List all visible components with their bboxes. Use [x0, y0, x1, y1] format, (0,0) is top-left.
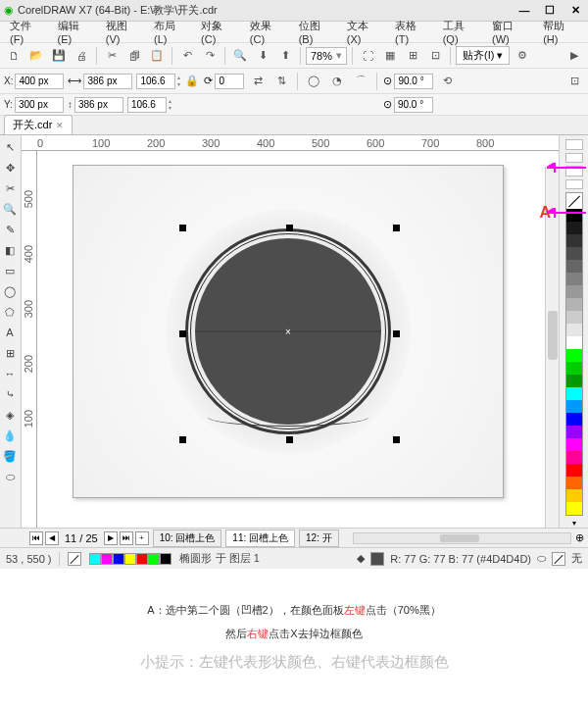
fill-tool-icon[interactable]: 🪣: [0, 446, 20, 466]
table-tool-icon[interactable]: ⊞: [0, 343, 20, 363]
color-swatch[interactable]: [566, 375, 582, 387]
open-icon[interactable]: 📂: [26, 46, 46, 66]
menu-help[interactable]: 帮助(H): [537, 17, 584, 47]
paste-icon[interactable]: 📋: [147, 46, 167, 66]
rectangle-tool-icon[interactable]: ▭: [0, 261, 20, 280]
panel-icon[interactable]: [565, 139, 583, 150]
lock-icon[interactable]: 🔒: [184, 74, 200, 89]
color-swatch[interactable]: [566, 464, 582, 477]
outline-tool-icon[interactable]: ⬭: [0, 467, 20, 486]
menu-tools[interactable]: 工具(Q): [437, 17, 484, 47]
scrollbar-thumb[interactable]: [440, 534, 479, 542]
fullscreen-icon[interactable]: ⛶: [358, 46, 377, 66]
menu-bitmap[interactable]: 位图(B): [293, 17, 339, 47]
width-input[interactable]: [83, 74, 132, 89]
scale-y-input[interactable]: [127, 97, 167, 113]
scale-x-input[interactable]: [136, 74, 175, 89]
outline-icon[interactable]: ⊡: [564, 72, 584, 91]
menu-file[interactable]: 文件(F): [4, 17, 50, 47]
quick-color-swatch[interactable]: [113, 553, 124, 565]
y-input[interactable]: [15, 97, 64, 113]
fill-indicator-icon[interactable]: ◆: [357, 552, 365, 565]
selection-handle[interactable]: [179, 436, 186, 443]
add-page-icon[interactable]: +: [135, 531, 149, 545]
text-tool-icon[interactable]: A: [0, 323, 20, 342]
menu-layout[interactable]: 布局(L): [148, 17, 193, 47]
cut-icon[interactable]: ✂: [102, 46, 122, 66]
spinner[interactable]: ▴▾: [177, 75, 180, 88]
dimension-tool-icon[interactable]: ↔: [0, 364, 20, 383]
selection-handle[interactable]: [179, 330, 186, 337]
print-icon[interactable]: 🖨: [72, 46, 91, 66]
import-icon[interactable]: ⬇: [253, 46, 272, 66]
quick-color-swatch[interactable]: [136, 553, 148, 565]
snap-icon[interactable]: ⊡: [425, 46, 445, 66]
selection-handle[interactable]: [179, 225, 186, 231]
end-angle-input[interactable]: [394, 97, 433, 113]
direction-icon[interactable]: ⟲: [437, 72, 457, 91]
menu-text[interactable]: 文本(X): [341, 17, 387, 47]
mirror-v-icon[interactable]: ⇅: [271, 72, 291, 91]
color-swatch[interactable]: [566, 413, 582, 426]
fill-color-swatch[interactable]: [370, 552, 384, 566]
no-outline-icon[interactable]: [552, 552, 565, 566]
page-tab-active[interactable]: 11: 回槽上色: [225, 530, 295, 547]
no-fill-icon[interactable]: [68, 552, 81, 566]
scrollbar-thumb[interactable]: [548, 311, 558, 360]
shape-tool-icon[interactable]: ✥: [0, 158, 20, 177]
vertical-ruler[interactable]: 500 400 300 200 100: [22, 151, 37, 528]
export-icon[interactable]: ⬆: [275, 46, 295, 66]
panel-icon[interactable]: [565, 153, 583, 164]
menu-window[interactable]: 窗口(W): [486, 17, 535, 47]
no-color-swatch[interactable]: [566, 193, 582, 209]
horizontal-ruler[interactable]: 0 100 200 300 400 500 600 700 800: [22, 135, 559, 151]
menu-object[interactable]: 对象(C): [195, 17, 242, 47]
zoom-level[interactable]: 78% ▾: [306, 47, 347, 65]
ellipse-icon[interactable]: ◯: [304, 72, 323, 91]
minimize-button[interactable]: —: [515, 4, 533, 18]
save-icon[interactable]: 💾: [49, 46, 69, 66]
quick-color-swatch[interactable]: [101, 553, 113, 565]
copy-icon[interactable]: 🗐: [124, 46, 144, 66]
color-swatch[interactable]: [566, 311, 582, 324]
color-swatch[interactable]: [566, 234, 582, 247]
outline-indicator-icon[interactable]: ⬭: [537, 552, 546, 565]
close-button[interactable]: ✕: [566, 4, 584, 18]
color-swatch[interactable]: [566, 298, 582, 311]
close-tab-icon[interactable]: ✕: [56, 121, 64, 130]
pie-icon[interactable]: ◔: [327, 72, 347, 91]
next-page-icon[interactable]: ▶: [104, 531, 118, 545]
horizontal-scrollbar[interactable]: [353, 532, 571, 544]
undo-icon[interactable]: ↶: [177, 46, 197, 66]
prev-page-icon[interactable]: ◀: [45, 531, 59, 545]
redo-icon[interactable]: ↷: [200, 46, 220, 66]
color-swatch[interactable]: [566, 502, 582, 515]
color-swatch[interactable]: [566, 362, 582, 375]
start-angle-input[interactable]: [394, 74, 433, 89]
quick-color-swatch[interactable]: [148, 553, 160, 565]
selection-handle[interactable]: [393, 330, 400, 337]
page-tab[interactable]: 12: 开: [299, 530, 339, 547]
palette-scroll-icon[interactable]: ▾: [572, 519, 576, 528]
launch-icon[interactable]: ▶: [564, 46, 584, 66]
color-swatch[interactable]: [566, 438, 582, 451]
color-swatch[interactable]: [566, 387, 582, 400]
connector-tool-icon[interactable]: ⤷: [0, 384, 20, 404]
color-swatch[interactable]: [566, 324, 582, 336]
guideline-icon[interactable]: ⊞: [403, 46, 422, 66]
color-swatch[interactable]: [566, 426, 582, 438]
menu-effects[interactable]: 效果(C): [244, 17, 291, 47]
quick-color-swatch[interactable]: [124, 553, 136, 565]
smart-fill-icon[interactable]: ◧: [0, 240, 20, 260]
first-page-icon[interactable]: ⏮: [29, 531, 43, 545]
options-icon[interactable]: ⚙: [513, 46, 532, 66]
color-swatch[interactable]: [566, 477, 582, 489]
eyedropper-tool-icon[interactable]: 💧: [0, 426, 20, 445]
selection-handle[interactable]: [393, 436, 400, 443]
color-swatch[interactable]: [566, 336, 582, 349]
last-page-icon[interactable]: ⏭: [120, 531, 133, 545]
spinner[interactable]: ▴▾: [169, 98, 172, 112]
quick-color-swatch[interactable]: [89, 553, 101, 565]
ellipse-tool-icon[interactable]: ◯: [0, 281, 20, 301]
menu-view[interactable]: 视图(V): [100, 17, 146, 47]
